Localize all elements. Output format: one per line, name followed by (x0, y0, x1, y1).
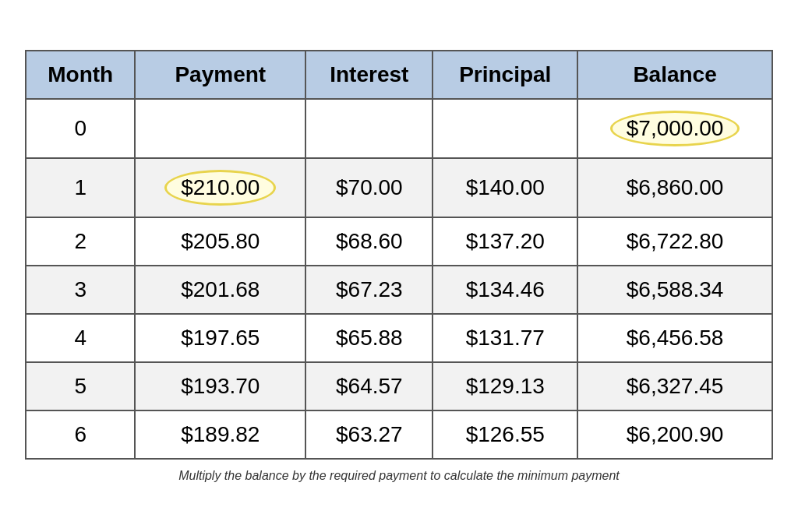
cell-balance: $6,200.90 (577, 410, 772, 459)
cell-month: 6 (26, 410, 135, 459)
amortization-table: Month Payment Interest Principal Balance… (25, 50, 773, 460)
cell-month: 1 (26, 158, 135, 217)
cell-balance: $6,588.34 (577, 266, 772, 314)
cell-principal: $126.55 (433, 410, 577, 459)
header-interest: Interest (305, 51, 433, 99)
header-principal: Principal (433, 51, 577, 99)
cell-interest: $70.00 (305, 158, 433, 217)
cell-balance: $6,860.00 (577, 158, 772, 217)
cell-principal: $140.00 (433, 158, 577, 217)
cell-principal: $131.77 (433, 314, 577, 362)
cell-principal: $134.46 (433, 266, 577, 314)
cell-balance: $6,327.45 (577, 362, 772, 410)
cell-month: 0 (26, 99, 135, 158)
table-row: 4$197.65$65.88$131.77$6,456.58 (26, 314, 772, 362)
cell-month: 2 (26, 217, 135, 266)
cell-month: 3 (26, 266, 135, 314)
cell-interest: $65.88 (305, 314, 433, 362)
table-row: 0$7,000.00 (26, 99, 772, 158)
cell-interest: $67.23 (305, 266, 433, 314)
cell-month: 4 (26, 314, 135, 362)
cell-balance: $7,000.00 (577, 99, 772, 158)
footnote: Multiply the balance by the required pay… (25, 469, 773, 483)
cell-principal: $129.13 (433, 362, 577, 410)
cell-payment: $205.80 (135, 217, 305, 266)
cell-payment: $197.65 (135, 314, 305, 362)
cell-principal (433, 99, 577, 158)
table-row: 6$189.82$63.27$126.55$6,200.90 (26, 410, 772, 459)
cell-payment: $189.82 (135, 410, 305, 459)
table-row: 1$210.00$70.00$140.00$6,860.00 (26, 158, 772, 217)
cell-balance: $6,456.58 (577, 314, 772, 362)
cell-month: 5 (26, 362, 135, 410)
cell-interest: $68.60 (305, 217, 433, 266)
cell-interest (305, 99, 433, 158)
cell-balance: $6,722.80 (577, 217, 772, 266)
table-row: 5$193.70$64.57$129.13$6,327.45 (26, 362, 772, 410)
header-balance: Balance (577, 51, 772, 99)
cell-payment: $210.00 (135, 158, 305, 217)
header-row: Month Payment Interest Principal Balance (26, 51, 772, 99)
table-container: Month Payment Interest Principal Balance… (25, 50, 773, 483)
table-row: 2$205.80$68.60$137.20$6,722.80 (26, 217, 772, 266)
cell-principal: $137.20 (433, 217, 577, 266)
cell-interest: $64.57 (305, 362, 433, 410)
cell-interest: $63.27 (305, 410, 433, 459)
cell-payment (135, 99, 305, 158)
cell-payment: $201.68 (135, 266, 305, 314)
header-payment: Payment (135, 51, 305, 99)
header-month: Month (26, 51, 135, 99)
table-row: 3$201.68$67.23$134.46$6,588.34 (26, 266, 772, 314)
cell-payment: $193.70 (135, 362, 305, 410)
